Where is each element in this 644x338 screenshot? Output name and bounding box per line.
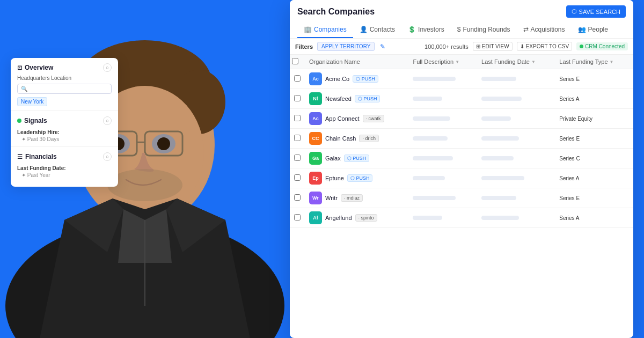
series-cell: Series E bbox=[555, 129, 633, 149]
row-checkbox-2[interactable] bbox=[294, 95, 301, 101]
funding-icon: $ bbox=[457, 26, 461, 33]
company-cell: Af Angelfund · spinto bbox=[309, 211, 404, 224]
series-badge: Series C bbox=[559, 156, 580, 161]
description-cell bbox=[408, 89, 477, 109]
company-cell: Ga Galax ⬡ PUSH bbox=[309, 152, 404, 165]
description-bar bbox=[413, 136, 448, 141]
series-cell: Series E bbox=[555, 69, 633, 89]
company-avatar: Nf bbox=[309, 92, 322, 105]
hq-location-input[interactable] bbox=[17, 84, 112, 94]
series-cell: Series A bbox=[555, 208, 633, 228]
company-name[interactable]: Angelfund bbox=[325, 215, 352, 221]
edit-view-icon: ⊞ bbox=[476, 43, 480, 49]
company-cell: Nf Newsfeed ⬡ PUSH bbox=[309, 92, 404, 105]
table-row: Ac Acme.Co ⬡ PUSH Series E bbox=[290, 69, 633, 89]
series-badge: Series E bbox=[559, 136, 580, 142]
company-name[interactable]: App Connect bbox=[325, 115, 360, 122]
company-name[interactable]: Chain Cash bbox=[325, 135, 356, 142]
signals-collapse-btn[interactable]: ○ bbox=[103, 116, 112, 125]
crm-connected-badge: CRM Connected bbox=[576, 42, 628, 50]
tab-investors[interactable]: 💲 Investors bbox=[401, 22, 451, 38]
description-cell bbox=[408, 109, 477, 129]
edit-filter-icon[interactable]: ✎ bbox=[380, 43, 385, 50]
crm-tag: ⬡ PUSH bbox=[344, 155, 370, 162]
company-avatar: Af bbox=[309, 211, 322, 224]
description-cell bbox=[408, 208, 477, 228]
description-bar bbox=[413, 156, 453, 160]
financials-icon: ☰ bbox=[17, 153, 23, 160]
ui-panel: Search Companies ⬡ SAVE SEARCH 🏢 Compani… bbox=[290, 0, 633, 338]
hq-location-tag[interactable]: New York bbox=[17, 97, 47, 106]
description-cell bbox=[408, 168, 477, 188]
description-bar bbox=[413, 116, 450, 121]
description-cell bbox=[408, 129, 477, 149]
funding-date-cell bbox=[477, 69, 555, 89]
table-row: Af Angelfund · spinto Series A bbox=[290, 208, 633, 228]
crm-tag: · mdiaz bbox=[341, 194, 363, 202]
crm-tag: ⬡ PUSH bbox=[347, 174, 373, 182]
tab-companies[interactable]: 🏢 Companies bbox=[297, 22, 353, 38]
select-all-header[interactable] bbox=[290, 55, 305, 69]
row-checkbox-6[interactable] bbox=[294, 174, 301, 181]
tab-funding-rounds[interactable]: $ Funding Rounds bbox=[451, 22, 517, 38]
save-search-button[interactable]: ⬡ SAVE SEARCH bbox=[566, 5, 626, 18]
company-avatar: Wr bbox=[309, 192, 322, 204]
company-avatar: CC bbox=[309, 132, 322, 145]
company-name[interactable]: Galax bbox=[325, 155, 341, 161]
tab-acquisitions[interactable]: ⇄ Acquisitions bbox=[517, 22, 572, 38]
arrows-icon: ⇄ bbox=[523, 26, 529, 33]
svg-point-12 bbox=[157, 137, 170, 150]
funding-date-bar bbox=[481, 116, 511, 121]
hq-location-label: Headquarters Location bbox=[17, 75, 112, 81]
row-checkbox-8[interactable] bbox=[294, 214, 301, 221]
row-checkbox-4[interactable] bbox=[294, 135, 301, 141]
search-header: Search Companies ⬡ SAVE SEARCH 🏢 Compani… bbox=[290, 0, 633, 39]
row-checkbox-3[interactable] bbox=[294, 115, 301, 121]
row-checkbox-7[interactable] bbox=[294, 194, 301, 201]
company-name[interactable]: Writr bbox=[325, 195, 338, 201]
row-checkbox-5[interactable] bbox=[294, 155, 301, 161]
org-name-header[interactable]: Organization Name bbox=[305, 55, 408, 69]
last-funding-date-header[interactable]: Last Funding Date ▼ bbox=[477, 55, 555, 69]
funding-date-bar bbox=[481, 156, 514, 160]
building-icon: 🏢 bbox=[304, 26, 312, 33]
company-name[interactable]: Eptune bbox=[325, 175, 344, 181]
svg-point-14 bbox=[107, 169, 182, 201]
select-all-checkbox[interactable] bbox=[292, 58, 298, 64]
edit-view-button[interactable]: ⊞ EDIT VIEW bbox=[473, 42, 513, 51]
description-bar bbox=[413, 216, 442, 220]
financials-collapse-btn[interactable]: ○ bbox=[103, 152, 112, 161]
crm-tag: · drich bbox=[359, 135, 379, 142]
person-icon: 👤 bbox=[360, 26, 368, 33]
tab-contacts[interactable]: 👤 Contacts bbox=[353, 22, 401, 38]
last-funding-type-header[interactable]: Last Funding Type ▼ bbox=[555, 55, 633, 69]
overview-collapse-btn[interactable]: ○ bbox=[103, 63, 112, 72]
search-title: Search Companies bbox=[297, 7, 375, 17]
full-description-header[interactable]: Full Description ▼ bbox=[408, 55, 477, 69]
type-sort-arrow: ▼ bbox=[610, 60, 614, 64]
funding-date-bar bbox=[481, 176, 524, 180]
crm-dot bbox=[580, 45, 583, 48]
export-csv-button[interactable]: ⬇ EXPORT TO CSV bbox=[517, 42, 572, 51]
tab-people[interactable]: 👥 People bbox=[572, 22, 614, 38]
company-avatar: Ac bbox=[309, 112, 322, 125]
financials-sub-1: ✦ Past Year bbox=[17, 172, 112, 178]
company-avatar: Ep bbox=[309, 172, 322, 185]
overview-icon: ⊡ bbox=[17, 64, 22, 71]
crm-tag: · cwatk bbox=[363, 115, 384, 122]
financials-label: Last Funding Date: bbox=[17, 165, 66, 171]
table-row: CC Chain Cash · drich Series E bbox=[290, 129, 633, 149]
funding-date-bar bbox=[481, 97, 522, 101]
row-checkbox-1[interactable] bbox=[294, 75, 301, 82]
company-name[interactable]: Newsfeed bbox=[325, 95, 352, 102]
funding-date-cell bbox=[477, 188, 555, 208]
financials-title: ☰ Financials bbox=[17, 153, 57, 160]
crm-tag: ⬡ PUSH bbox=[353, 75, 378, 83]
overview-header: ⊡ Overview ○ bbox=[17, 63, 112, 72]
funding-date-bar bbox=[481, 136, 519, 141]
company-name[interactable]: Acme.Co bbox=[325, 76, 349, 82]
funding-date-cell bbox=[477, 208, 555, 228]
apply-territory-button[interactable]: APPLY TERRITORY bbox=[317, 42, 375, 51]
funding-date-bar bbox=[481, 216, 519, 220]
company-cell: CC Chain Cash · drich bbox=[309, 132, 404, 145]
